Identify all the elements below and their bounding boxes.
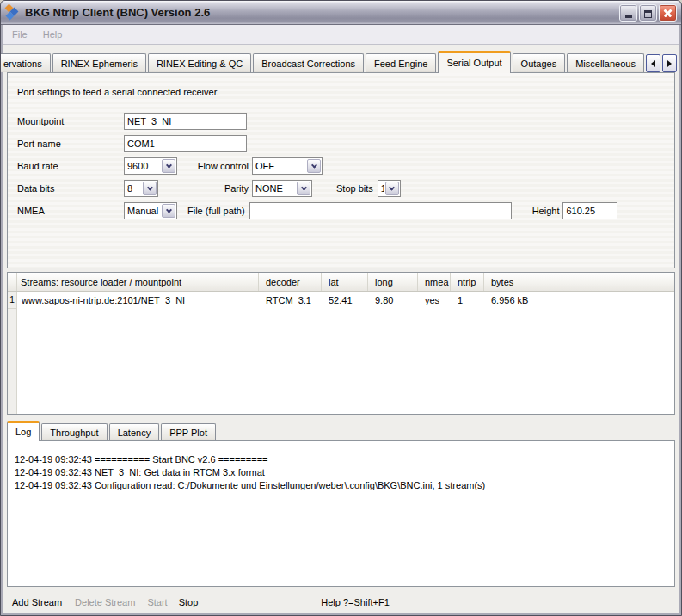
- cell-decoder: RTCM_3.1: [259, 295, 322, 305]
- window-controls: [617, 4, 677, 22]
- log-line: 12-04-19 09:32:43 NET_3_NI: Get data in …: [15, 466, 667, 479]
- column-header-mountpoint: Streams: resource loader / mountpoint: [17, 273, 259, 291]
- tab-throughput[interactable]: Throughput: [41, 423, 107, 440]
- log-output[interactable]: 12-04-19 09:32:43 ========== Start BNC v…: [7, 440, 675, 587]
- tab-rinex-editing-qc[interactable]: RINEX Editing & QC: [148, 53, 251, 72]
- file-path-input[interactable]: [249, 202, 512, 219]
- cell-bytes: 6.956 kB: [484, 295, 674, 305]
- tab-feed-engine[interactable]: Feed Engine: [366, 53, 436, 72]
- column-header-decoder: decoder: [259, 273, 322, 291]
- help-button[interactable]: Help ?=Shift+F1: [321, 597, 390, 607]
- arrow-right-icon: [667, 60, 672, 67]
- stop-button[interactable]: Stop: [179, 597, 199, 607]
- dropdown-arrow-icon[interactable]: [143, 182, 157, 195]
- row-header-column: 1: [8, 292, 17, 414]
- tab-miscellaneous[interactable]: Miscellaneous: [567, 53, 644, 72]
- height-label: Height: [532, 206, 560, 216]
- port-name-input[interactable]: [124, 135, 247, 152]
- tab-rinex-ephemeris[interactable]: RINEX Ephemeris: [52, 53, 146, 72]
- tab-broadcast-corrections[interactable]: Broadcast Corrections: [253, 53, 364, 72]
- row-number: 1: [8, 292, 16, 309]
- maximize-button[interactable]: [639, 4, 657, 22]
- top-tabbar: ervations RINEX Ephemeris RINEX Editing …: [7, 45, 675, 72]
- data-bits-select[interactable]: 8: [124, 180, 158, 197]
- cell-ntrip: 1: [451, 295, 484, 305]
- window-frame: File Help ervations RINEX Ephemeris RINE…: [1, 25, 681, 615]
- mountpoint-input[interactable]: [124, 113, 247, 130]
- mountpoint-label: Mountpoint: [17, 116, 124, 126]
- cell-long: 9.80: [368, 295, 418, 305]
- tab-log[interactable]: Log: [7, 421, 40, 441]
- stop-bits-select[interactable]: 1: [378, 180, 401, 197]
- minimize-button[interactable]: [619, 4, 637, 22]
- log-line: 12-04-19 09:32:43 Configuration read: C:…: [15, 479, 667, 492]
- cell-lat: 52.41: [322, 295, 368, 305]
- dropdown-arrow-icon[interactable]: [307, 159, 321, 173]
- streams-table-header: Streams: resource loader / mountpoint de…: [8, 273, 674, 292]
- app-icon: [5, 5, 20, 20]
- streams-table: Streams: resource loader / mountpoint de…: [7, 272, 675, 415]
- nmea-select[interactable]: Manual: [124, 202, 177, 219]
- add-stream-button[interactable]: Add Stream: [12, 597, 62, 607]
- baud-rate-label: Baud rate: [17, 161, 124, 171]
- stop-bits-label: Stop bits: [336, 183, 373, 194]
- column-header-ntrip: ntrip: [451, 273, 484, 291]
- tab-serial-output[interactable]: Serial Output: [438, 51, 510, 73]
- delete-stream-button[interactable]: Delete Stream: [75, 597, 135, 607]
- data-bits-label: Data bits: [17, 183, 124, 194]
- close-button[interactable]: [659, 4, 677, 22]
- dropdown-arrow-icon[interactable]: [162, 204, 175, 218]
- column-header-lat: lat: [322, 273, 368, 291]
- app-window: BKG Ntrip Client (BNC) Version 2.6 File …: [0, 0, 682, 616]
- port-name-label: Port name: [17, 139, 124, 149]
- baud-rate-select[interactable]: 9600: [124, 157, 177, 175]
- tab-scrollers: [646, 54, 677, 72]
- column-header-bytes: bytes: [484, 273, 674, 291]
- pane-description: Port settings to feed a serial connected…: [17, 87, 219, 97]
- menubar: File Help: [3, 25, 679, 45]
- dropdown-arrow-icon[interactable]: [162, 159, 175, 173]
- arrow-left-icon: [651, 60, 655, 67]
- tab-scroll-right-button[interactable]: [662, 54, 677, 72]
- tab-scroll-left-button[interactable]: [646, 54, 660, 72]
- table-corner-cell: [8, 273, 17, 291]
- cell-mountpoint: www.sapos-ni-ntrip.de:2101/NET_3_NI: [18, 295, 259, 305]
- tab-latency[interactable]: Latency: [109, 423, 160, 440]
- cell-nmea: yes: [418, 295, 451, 305]
- minimize-icon: [625, 15, 632, 18]
- dropdown-arrow-icon[interactable]: [385, 182, 399, 195]
- file-path-label: File (full path): [187, 206, 245, 216]
- menu-file[interactable]: File: [9, 28, 30, 41]
- bottom-tabbar: Log Throughput Latency PPP Plot: [7, 420, 675, 440]
- action-button-row: Add Stream Delete Stream Start Stop Help…: [7, 592, 675, 613]
- height-input[interactable]: [562, 202, 617, 219]
- column-header-nmea: nmea: [418, 273, 451, 291]
- maximize-icon: [644, 10, 652, 18]
- window-title: BKG Ntrip Client (BNC) Version 2.6: [25, 6, 617, 19]
- serial-output-pane: Port settings to feed a serial connected…: [7, 72, 675, 268]
- main-content: ervations RINEX Ephemeris RINEX Editing …: [3, 45, 679, 613]
- table-row[interactable]: www.sapos-ni-ntrip.de:2101/NET_3_NI RTCM…: [18, 292, 674, 309]
- tab-outages[interactable]: Outages: [513, 53, 566, 72]
- titlebar[interactable]: BKG Ntrip Client (BNC) Version 2.6: [1, 1, 681, 25]
- log-line: 12-04-19 09:32:43 ========== Start BNC v…: [15, 453, 667, 466]
- dropdown-arrow-icon[interactable]: [297, 182, 310, 195]
- column-header-long: long: [368, 273, 418, 291]
- tab-observations[interactable]: ervations: [0, 53, 51, 72]
- start-button[interactable]: Start: [147, 597, 167, 607]
- parity-select[interactable]: NONE: [252, 180, 312, 197]
- tab-ppp-plot[interactable]: PPP Plot: [161, 423, 216, 440]
- flow-control-select[interactable]: OFF: [252, 157, 323, 175]
- parity-label: Parity: [212, 183, 249, 194]
- close-icon: [660, 5, 676, 21]
- menu-help[interactable]: Help: [40, 28, 65, 41]
- flow-control-label: Flow control: [192, 161, 249, 171]
- nmea-label: NMEA: [17, 206, 124, 216]
